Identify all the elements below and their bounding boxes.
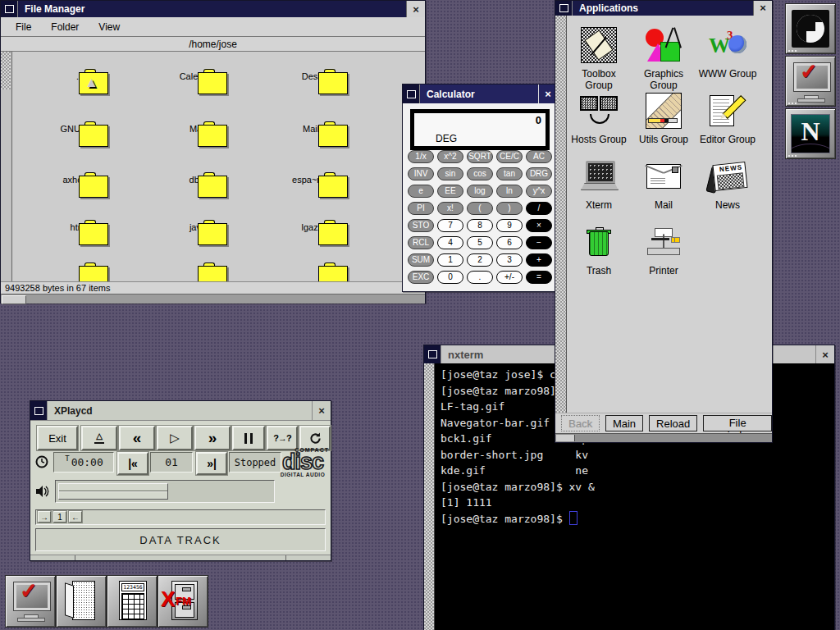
calc-button[interactable]: SQRT bbox=[467, 150, 493, 163]
calc-button[interactable]: tan bbox=[496, 167, 523, 180]
calc-button[interactable]: PI bbox=[408, 202, 434, 215]
folder-item[interactable]: Calendar bbox=[148, 69, 247, 81]
calc-button[interactable]: e bbox=[408, 185, 434, 198]
volume-slider-handle[interactable] bbox=[58, 483, 168, 500]
dock-tile-book[interactable] bbox=[56, 575, 107, 628]
back-button[interactable]: Back bbox=[561, 415, 600, 431]
app-item-utils[interactable]: Utils Group bbox=[632, 89, 696, 145]
folder-item[interactable]: ▲ .. bbox=[30, 69, 128, 81]
forward-button[interactable]: » bbox=[194, 426, 231, 450]
folder-item[interactable]: html bbox=[30, 220, 128, 232]
window-menu-icon[interactable] bbox=[555, 1, 573, 16]
track-nav-forward-button[interactable]: → bbox=[38, 511, 51, 523]
app-item-hosts[interactable]: Hosts Group bbox=[567, 89, 631, 145]
calc-button[interactable]: = bbox=[526, 271, 552, 284]
app-item-graphics[interactable]: Graphics Group bbox=[632, 24, 696, 91]
calc-button[interactable]: x^2 bbox=[437, 150, 463, 163]
calc-button[interactable]: 2 bbox=[467, 253, 493, 267]
dock-tile-calculator[interactable]: 123456 bbox=[107, 575, 158, 628]
calc-button[interactable]: EE bbox=[437, 185, 463, 198]
calc-button[interactable]: 1/x bbox=[408, 150, 434, 163]
reload-button[interactable]: Reload bbox=[649, 415, 697, 431]
close-icon[interactable]: × bbox=[406, 1, 425, 17]
scrollbar-thumb[interactable] bbox=[1, 52, 11, 89]
folder-item[interactable]: espa~nol-1.5 bbox=[269, 172, 368, 185]
menu-file[interactable]: File bbox=[11, 20, 36, 34]
close-icon[interactable]: × bbox=[753, 1, 772, 16]
app-item-news[interactable]: NEWS News bbox=[696, 155, 760, 211]
next-track-button[interactable]: »| bbox=[196, 452, 227, 475]
calc-button[interactable]: ) bbox=[496, 202, 523, 215]
folder-item[interactable]: java bbox=[148, 220, 247, 232]
window-menu-icon[interactable] bbox=[403, 84, 420, 103]
close-icon[interactable]: × bbox=[815, 345, 834, 363]
exit-button[interactable]: Exit bbox=[37, 426, 78, 450]
calc-button[interactable]: x! bbox=[437, 202, 463, 215]
window-menu-icon[interactable] bbox=[30, 401, 48, 420]
close-icon[interactable]: × bbox=[312, 401, 331, 420]
file-window-button[interactable]: File window bbox=[703, 415, 772, 431]
folder-item[interactable]: dbfs bbox=[148, 172, 247, 185]
prev-track-button[interactable]: |« bbox=[117, 452, 148, 475]
applications-titlebar[interactable]: Applications × bbox=[555, 1, 772, 16]
dock-tile-xfm[interactable]: X FM bbox=[158, 575, 208, 628]
calc-button[interactable]: +/- bbox=[496, 271, 523, 284]
calc-button[interactable]: RCL bbox=[408, 236, 434, 249]
folder-item[interactable]: Desktop bbox=[269, 69, 368, 81]
folder-item[interactable]: Mail bbox=[148, 121, 247, 134]
calc-button[interactable]: CE/C bbox=[496, 150, 523, 163]
main-button[interactable]: Main bbox=[605, 415, 643, 431]
play-button[interactable]: ▷ bbox=[157, 426, 193, 450]
scrollbar-thumb[interactable] bbox=[2, 295, 26, 304]
calc-button[interactable]: / bbox=[526, 202, 552, 215]
calc-button[interactable]: log bbox=[467, 185, 493, 198]
calc-button[interactable]: ( bbox=[467, 202, 493, 215]
app-item-xterm[interactable]: Xterm bbox=[567, 155, 631, 211]
calc-button[interactable]: 9 bbox=[496, 219, 523, 232]
window-menu-icon[interactable] bbox=[424, 345, 441, 363]
app-item-mail[interactable]: Mail bbox=[632, 155, 696, 211]
calc-button[interactable]: 0 bbox=[437, 271, 463, 284]
calc-button[interactable]: STO bbox=[408, 219, 434, 232]
folder-item[interactable]: axhome bbox=[30, 172, 128, 185]
calc-button[interactable]: 5 bbox=[467, 236, 493, 249]
calc-button[interactable]: 1 bbox=[437, 253, 463, 267]
calc-button[interactable]: sin bbox=[437, 167, 463, 180]
app-item-trash[interactable]: Trash bbox=[567, 221, 631, 276]
calc-button[interactable]: × bbox=[526, 219, 552, 232]
calc-button[interactable]: y^x bbox=[526, 185, 552, 198]
calc-button[interactable]: ln bbox=[496, 185, 523, 198]
calc-button[interactable]: 4 bbox=[437, 236, 463, 249]
calc-button[interactable]: SUM bbox=[408, 253, 434, 267]
horizontal-scrollbar[interactable] bbox=[555, 433, 772, 442]
calc-button[interactable]: INV bbox=[408, 167, 434, 180]
dock-tile-netscape[interactable]: N bbox=[785, 108, 836, 159]
vertical-scrollbar[interactable] bbox=[424, 363, 435, 630]
calc-button[interactable]: EXC bbox=[408, 271, 434, 284]
pause-button[interactable] bbox=[232, 426, 265, 450]
window-resize-bar[interactable] bbox=[30, 555, 331, 560]
track-nav-track-button[interactable]: 1 bbox=[53, 511, 66, 523]
calc-button[interactable]: 8 bbox=[467, 219, 493, 232]
folder-item[interactable]: Mailbox bbox=[269, 121, 368, 134]
xplaycd-titlebar[interactable]: XPlaycd × bbox=[30, 401, 331, 421]
calc-button[interactable]: + bbox=[526, 253, 552, 267]
window-menu-icon[interactable] bbox=[1, 1, 18, 17]
dock-tile-system-check[interactable]: ✓ bbox=[785, 56, 836, 107]
volume-slider[interactable] bbox=[55, 480, 275, 503]
horizontal-scrollbar[interactable] bbox=[1, 294, 425, 304]
folder-item[interactable]: GNUstep bbox=[30, 121, 128, 134]
calc-button[interactable]: − bbox=[526, 236, 552, 249]
app-item-toolbox[interactable]: Toolbox Group bbox=[567, 24, 631, 91]
calc-button[interactable]: . bbox=[467, 271, 493, 284]
calculator-titlebar[interactable]: Calculator × bbox=[403, 84, 557, 103]
calc-button[interactable]: AC bbox=[526, 150, 552, 163]
calc-button[interactable]: DRG bbox=[526, 167, 552, 180]
rewind-button[interactable]: « bbox=[119, 426, 155, 450]
calc-button[interactable]: cos bbox=[467, 167, 493, 180]
dock-tile-window-maker[interactable] bbox=[785, 3, 836, 54]
app-item-printer[interactable]: Printer bbox=[632, 221, 696, 276]
dock-tile-system-check[interactable]: ✓ bbox=[5, 575, 56, 628]
calc-button[interactable]: 6 bbox=[496, 236, 523, 249]
menu-view[interactable]: View bbox=[94, 20, 125, 34]
